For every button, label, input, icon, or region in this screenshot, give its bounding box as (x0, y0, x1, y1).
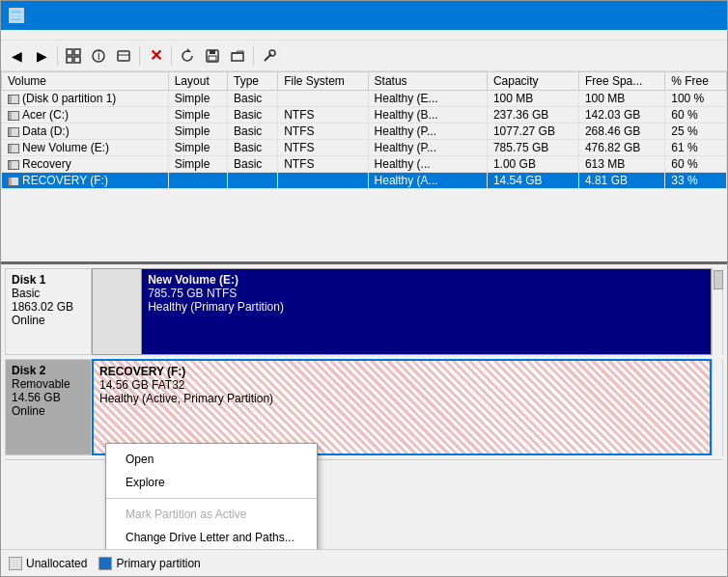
disk1-row: Disk 1 Basic 1863.02 GB Online New Volum… (5, 268, 723, 355)
svg-rect-2 (12, 16, 21, 18)
disk2-type: Removable (12, 377, 85, 391)
title-bar (1, 1, 727, 30)
main-content: Volume Layout Type File System Status Ca… (1, 71, 727, 576)
legend-bar: Unallocated Primary partition (1, 549, 727, 576)
maximize-button[interactable] (630, 1, 675, 30)
volume-table-section: Volume Layout Type File System Status Ca… (1, 71, 727, 264)
disk1-status: Online (12, 314, 85, 327)
back-button[interactable]: ◀ (5, 44, 28, 68)
svg-marker-11 (187, 48, 191, 52)
disk1-newvol-detail: 785.75 GB NTFS (148, 287, 705, 300)
scrollbar-right2 (712, 359, 723, 455)
ctx-item-open[interactable]: Open (106, 448, 317, 471)
col-volume[interactable]: Volume (2, 72, 169, 91)
disk-button[interactable] (112, 44, 135, 68)
col-type[interactable]: Type (227, 72, 277, 91)
toolbar-sep-2 (139, 46, 140, 66)
col-freespace[interactable]: Free Spa... (578, 72, 664, 91)
disk2-status: Online (12, 404, 85, 418)
col-filesystem[interactable]: File System (278, 72, 368, 91)
toolbar-sep-4 (253, 46, 254, 66)
volume-icon (8, 177, 19, 186)
title-bar-left (9, 8, 30, 23)
volume-icon (8, 144, 19, 153)
disk1-newvol-name: New Volume (E:) (148, 273, 705, 287)
menu-help[interactable] (51, 32, 67, 38)
disk2-row: Disk 2 Removable 14.56 GB Online RECOVER… (5, 359, 723, 455)
disk1-size: 1863.02 GB (12, 300, 85, 314)
delete-button[interactable]: ✕ (144, 44, 167, 68)
legend-unalloc: Unallocated (9, 557, 87, 570)
disk2-recovery-detail: 14.56 GB FAT32 (99, 378, 704, 392)
volume-icon (8, 111, 19, 121)
menu-action[interactable] (20, 32, 36, 38)
volume-icon (8, 160, 19, 170)
app-icon (9, 8, 24, 23)
svg-rect-5 (67, 57, 72, 63)
disk1-partitions: New Volume (E:) 785.75 GB NTFS Healthy (… (92, 268, 712, 355)
volume-table: Volume Layout Type File System Status Ca… (1, 71, 727, 189)
wrench-button[interactable] (258, 44, 281, 68)
disk1-name: Disk 1 (12, 273, 85, 287)
disk2-size: 14.56 GB (12, 391, 85, 404)
disk2-recovery-name: RECOVERY (F:) (99, 365, 704, 378)
window-controls (586, 1, 719, 30)
col-capacity[interactable]: Capacity (487, 72, 578, 91)
minimize-button[interactable] (586, 1, 630, 30)
menu-view[interactable] (36, 32, 51, 38)
refresh-button[interactable] (176, 44, 199, 68)
scrollbar-right[interactable] (712, 268, 723, 355)
grid-button[interactable] (62, 44, 85, 68)
volume-icon (8, 127, 19, 137)
disk2-name: Disk 2 (12, 364, 85, 377)
svg-rect-4 (74, 49, 80, 55)
legend-primary: Primary partition (98, 557, 200, 570)
col-layout[interactable]: Layout (168, 72, 227, 91)
ctx-item-change-drive-letter-and-paths---[interactable]: Change Drive Letter and Paths... (106, 526, 317, 549)
menu-bar (1, 30, 727, 41)
disk2-recovery-status: Healthy (Active, Primary Partition) (99, 392, 704, 405)
svg-rect-3 (67, 49, 72, 55)
forward-button[interactable]: ▶ (30, 44, 53, 68)
svg-rect-6 (74, 57, 80, 63)
legend-primary-label: Primary partition (116, 557, 200, 570)
disk1-newvol-status: Healthy (Primary Partition) (148, 300, 705, 314)
svg-rect-1 (12, 14, 21, 15)
open-button[interactable] (226, 44, 249, 68)
legend-primary-box (98, 557, 112, 570)
ctx-item-mark-partition-as-active: Mark Partition as Active (106, 503, 317, 526)
legend-unalloc-label: Unallocated (26, 557, 87, 570)
disk2-recovery[interactable]: RECOVERY (F:) 14.56 GB FAT32 Healthy (Ac… (94, 361, 710, 453)
svg-rect-13 (210, 50, 215, 54)
disk-section: Disk 1 Basic 1863.02 GB Online New Volum… (1, 264, 727, 549)
ctx-separator (106, 498, 317, 499)
legend-unalloc-box (9, 557, 22, 570)
volume-icon (8, 95, 19, 104)
svg-rect-15 (232, 53, 243, 61)
disk1-unalloc[interactable] (93, 269, 142, 354)
menu-file[interactable] (5, 32, 20, 38)
disk-management-window: ◀ ▶ i ✕ (0, 0, 728, 577)
svg-rect-14 (209, 56, 216, 61)
ctx-item-explore[interactable]: Explore (106, 471, 317, 494)
context-menu: OpenExploreMark Partition as ActiveChang… (105, 443, 318, 549)
disk2-label: Disk 2 Removable 14.56 GB Online (5, 359, 92, 455)
svg-rect-9 (118, 51, 129, 61)
disk1-newvol[interactable]: New Volume (E:) 785.75 GB NTFS Healthy (… (142, 269, 711, 354)
col-status[interactable]: Status (368, 72, 487, 91)
toolbar-sep-1 (57, 46, 58, 66)
info-button[interactable]: i (87, 44, 110, 68)
svg-point-17 (269, 50, 275, 56)
col-pctfree[interactable]: % Free (665, 72, 727, 91)
disk1-type: Basic (12, 287, 85, 300)
disk1-label: Disk 1 Basic 1863.02 GB Online (5, 268, 92, 355)
disk2-partitions: RECOVERY (F:) 14.56 GB FAT32 Healthy (Ac… (92, 359, 712, 455)
svg-text:i: i (98, 49, 100, 63)
close-button[interactable] (675, 1, 719, 30)
toolbar: ◀ ▶ i ✕ (1, 41, 727, 71)
toolbar-sep-3 (171, 46, 172, 66)
save-button[interactable] (201, 44, 224, 68)
